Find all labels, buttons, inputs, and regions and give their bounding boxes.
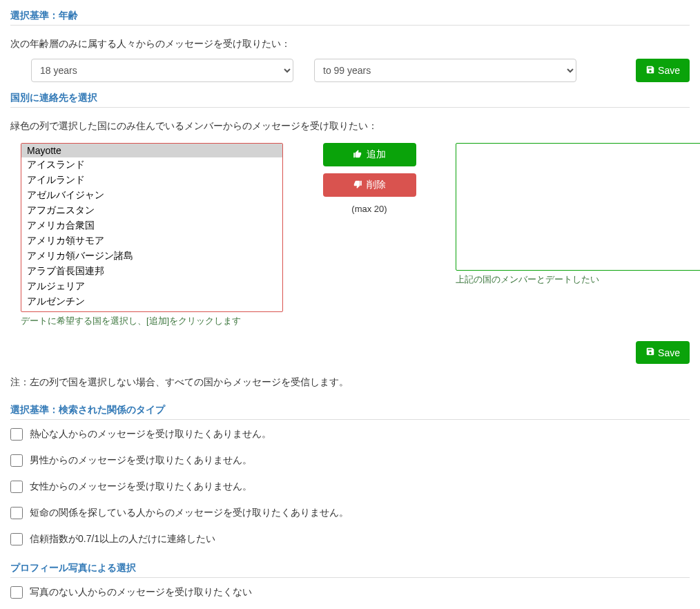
country-note: 注：左の列で国を選択しない場合、すべての国からメッセージを受信します。	[10, 376, 690, 389]
max-label: (max 20)	[351, 204, 387, 214]
country-save-row: Save	[10, 341, 690, 364]
checkbox-row-relation: 男性からのメッセージを受け取りたくありません。	[10, 454, 690, 467]
country-mid-col: 追加 削除 (max 20)	[304, 143, 435, 327]
checkbox-relation-1[interactable]	[10, 454, 23, 467]
checkbox-row-relation: 熱心な人からのメッセージを受け取りたくありません。	[10, 428, 690, 441]
country-option[interactable]: アメリカ領バージン諸島	[21, 249, 282, 264]
thumbs-up-icon	[353, 149, 362, 161]
checkbox-relation-3[interactable]	[10, 507, 23, 519]
country-option[interactable]: アルゼンチン	[21, 294, 282, 309]
checkbox-relation-2[interactable]	[10, 481, 23, 493]
section-title-photo: プロフィール写真による選択	[10, 559, 690, 578]
country-listbox[interactable]: Mayotteアイスランドアイルランドアゼルバイジャンアフガニスタンアメリカ合衆…	[21, 143, 283, 312]
checkbox-photo[interactable]	[10, 586, 23, 599]
checkbox-row-photo: 写真のない人からのメッセージを受け取りたくない	[10, 586, 690, 599]
remove-label: 削除	[367, 179, 386, 191]
country-option[interactable]: アラブ首長国連邦	[21, 264, 282, 279]
remove-button[interactable]: 削除	[323, 173, 416, 197]
checkbox-relation-4[interactable]	[10, 533, 23, 545]
age-from-select[interactable]: 18 years	[31, 59, 293, 82]
country-columns: Mayotteアイスランドアイルランドアゼルバイジャンアフガニスタンアメリカ合衆…	[10, 143, 690, 327]
country-right-col: 上記の国のメンバーとデートしたい	[456, 143, 700, 327]
section-title-age: 選択基準：年齢	[10, 7, 690, 26]
country-left-helper: デートに希望する国を選択し、[追加]をクリックします	[21, 315, 283, 327]
checkbox-relation-label: 熱心な人からのメッセージを受け取りたくありません。	[30, 428, 271, 441]
selected-country-box[interactable]	[456, 143, 700, 271]
save-icon	[645, 65, 655, 77]
country-option[interactable]: アゼルバイジャン	[21, 188, 282, 203]
country-option[interactable]: アフガニスタン	[21, 203, 282, 218]
save-age-label: Save	[658, 65, 680, 76]
checkbox-row-relation: 女性からのメッセージを受け取りたくありません。	[10, 481, 690, 493]
country-option[interactable]: アイルランド	[21, 173, 282, 188]
country-left-col: Mayotteアイスランドアイルランドアゼルバイジャンアフガニスタンアメリカ合衆…	[21, 143, 283, 327]
add-button[interactable]: 追加	[323, 143, 416, 166]
checkbox-relation-label: 信頼指数が0.7/1以上の人だけに連絡したい	[30, 533, 215, 545]
save-age-button[interactable]: Save	[636, 59, 690, 82]
country-right-helper: 上記の国のメンバーとデートしたい	[456, 273, 700, 286]
age-description: 次の年齢層のみに属する人々からのメッセージを受け取りたい：	[10, 38, 690, 50]
add-label: 追加	[367, 148, 386, 161]
save-icon	[645, 347, 655, 358]
checkbox-photo-label: 写真のない人からのメッセージを受け取りたくない	[30, 586, 252, 599]
country-option[interactable]: アイスランド	[21, 157, 282, 173]
section-title-country: 国別に連絡先を選択	[10, 89, 690, 108]
age-to-select[interactable]: to 99 years	[314, 59, 576, 82]
checkbox-relation-label: 男性からのメッセージを受け取りたくありません。	[30, 454, 252, 467]
save-country-button[interactable]: Save	[636, 341, 690, 364]
checkbox-row-relation: 短命の関係を探している人からのメッセージを受け取りたくありません。	[10, 507, 690, 519]
checkbox-relation-0[interactable]	[10, 428, 23, 441]
checkbox-relation-label: 短命の関係を探している人からのメッセージを受け取りたくありません。	[30, 507, 349, 519]
country-option[interactable]: アメリカ合衆国	[21, 218, 282, 233]
country-description: 緑色の列で選択した国にのみ住んでいるメンバーからのメッセージを受け取りたい：	[10, 120, 690, 133]
country-option[interactable]: Mayotte	[21, 144, 282, 157]
age-row: 18 years to 99 years Save	[10, 59, 690, 82]
thumbs-down-icon	[353, 180, 362, 191]
country-option[interactable]: アメリカ領サモア	[21, 233, 282, 249]
section-title-relation: 選択基準：検索された関係のタイプ	[10, 401, 690, 420]
checkbox-relation-label: 女性からのメッセージを受け取りたくありません。	[30, 481, 252, 493]
save-country-label: Save	[658, 347, 680, 358]
checkbox-row-relation: 信頼指数が0.7/1以上の人だけに連絡したい	[10, 533, 690, 545]
country-option[interactable]: アルジェリア	[21, 279, 282, 294]
